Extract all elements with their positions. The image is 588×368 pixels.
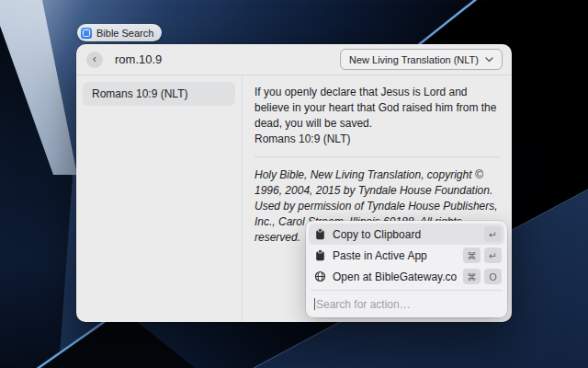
search-input[interactable] [113,52,340,67]
action-paste-in-active-app[interactable]: Paste in Active App ⌘ ↵ [309,245,504,266]
action-label: Open at BibleGateway.com [333,270,457,283]
detail-divider [254,156,500,157]
command-key: ⌘ [463,269,481,284]
verse-text: If you openly declare that Jesus is Lord… [254,85,500,132]
bible-search-app-icon [81,28,92,39]
app-badge-label: Bible Search [96,28,153,39]
bible-search-window: ‹ New Living Translation (NLT) Romans 10… [76,44,512,322]
action-search-placeholder: Search for action… [316,298,411,311]
clipboard-icon [314,228,326,240]
back-button[interactable]: ‹ [86,52,103,68]
search-header: ‹ New Living Translation (NLT) [76,44,512,75]
app-badge[interactable]: Bible Search [77,24,162,41]
text-cursor [314,298,315,310]
action-label: Paste in Active App [333,249,457,262]
globe-icon [314,270,326,282]
translation-dropdown[interactable]: New Living Translation (NLT) [340,49,503,70]
action-shortcut: ⌘ O [463,269,502,284]
action-open-at-biblegateway[interactable]: Open at BibleGateway.com ⌘ O [309,266,504,287]
chevron-left-icon: ‹ [93,52,96,64]
actions-panel: Copy to Clipboard ↵ Paste in Active App … [306,221,507,317]
translation-dropdown-value: New Living Translation (NLT) [349,54,479,65]
return-key: ↵ [484,247,502,263]
action-shortcut: ↵ [484,226,502,242]
action-label: Copy to Clipboard [333,228,478,241]
panel-divider [311,290,503,291]
action-copy-to-clipboard[interactable]: Copy to Clipboard ↵ [309,224,504,245]
result-item-romans-10-9[interactable]: Romans 10:9 (NLT) [83,82,235,106]
results-list: Romans 10:9 (NLT) [76,75,243,322]
return-key: ↵ [484,226,502,242]
action-search-field[interactable]: Search for action… [309,293,504,315]
o-key: O [484,269,502,284]
clipboard-icon [314,249,326,261]
verse-reference: Romans 10:9 (NLT) [254,132,500,147]
action-shortcut: ⌘ ↵ [463,247,502,263]
command-key: ⌘ [463,247,481,263]
chevron-down-icon [485,57,493,63]
